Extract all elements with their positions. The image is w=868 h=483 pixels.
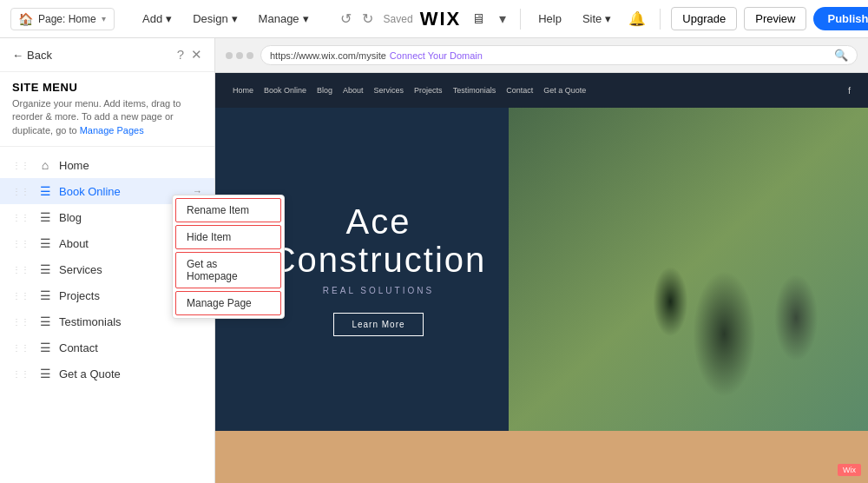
drag-handle-icon: ⋮⋮ <box>12 369 30 379</box>
hero-cta-button[interactable]: Learn More <box>333 313 423 336</box>
drag-handle-icon: ⋮⋮ <box>12 317 30 327</box>
saved-status: Saved <box>384 13 413 25</box>
page-selector[interactable]: 🏠 Page: Home ▾ <box>10 8 115 30</box>
back-arrow-icon: ← <box>12 49 23 62</box>
context-menu: Rename Item Hide Item Get as Homepage Ma… <box>172 195 285 319</box>
nav-link-book-online[interactable]: Book Online <box>264 86 306 95</box>
browser-search-icon: 🔍 <box>834 49 848 62</box>
sidebar: ← Back ? ✕ SITE MENU Organize your menu.… <box>0 38 215 483</box>
browser-dot-yellow <box>236 52 243 59</box>
rename-item-option[interactable]: Rename Item <box>175 198 281 222</box>
top-bar-right: 🖥 ▾ Help Site ▾ 🔔 Upgrade Preview Publis… <box>468 7 868 30</box>
manage-chevron-icon: ▾ <box>303 12 309 25</box>
page-icon: ☰ <box>38 210 52 224</box>
browser-content: Home Book Online Blog About Services Pro… <box>215 73 868 483</box>
browser-area: https://www.wix.com/mysite Connect Your … <box>215 38 868 483</box>
bottom-strip <box>215 431 868 483</box>
page-icon: ☰ <box>38 314 52 328</box>
help-button[interactable]: Help <box>531 9 569 29</box>
publish-button[interactable]: Publish <box>813 7 868 30</box>
manage-label: Manage <box>259 12 299 25</box>
sidebar-item-home[interactable]: ⋮⋮ ⌂ Home <box>0 152 214 178</box>
nav-link-services[interactable]: Services <box>374 86 404 95</box>
nav-link-contact[interactable]: Contact <box>506 86 533 95</box>
nav-link-get-a-quote[interactable]: Get a Quote <box>543 86 586 95</box>
sidebar-item-get-a-quote[interactable]: ⋮⋮ ☰ Get a Quote <box>0 361 214 387</box>
connect-domain-link[interactable]: Connect Your Domain <box>390 50 483 61</box>
hero-subtitle: REAL SOLUTIONS <box>250 286 507 295</box>
hero-title-construction: Construction <box>250 241 507 279</box>
sidebar-header: ← Back ? ✕ <box>0 38 214 72</box>
site-chevron-icon: ▾ <box>605 12 611 25</box>
worker-overlay <box>509 108 868 431</box>
hide-item-option[interactable]: Hide Item <box>175 225 281 249</box>
get-as-homepage-option[interactable]: Get as Homepage <box>175 252 281 288</box>
site-nav-links: Home Book Online Blog About Services Pro… <box>233 86 586 95</box>
undo-redo-group: ↺ ↻ <box>337 9 377 29</box>
device-icon[interactable]: 🖥 <box>468 8 489 30</box>
drag-handle-icon: ⋮⋮ <box>12 213 30 222</box>
separator4 <box>660 9 661 30</box>
top-bar: 🏠 Page: Home ▾ Add ▾ Design ▾ Manage ▾ ↺… <box>0 0 868 38</box>
page-icon: ☰ <box>38 262 52 276</box>
drag-handle-icon: ⋮⋮ <box>12 291 30 301</box>
nav-link-blog[interactable]: Blog <box>317 86 332 95</box>
home-page-icon: ⌂ <box>38 158 52 172</box>
preview-button[interactable]: Preview <box>744 7 806 30</box>
page-icon: ☰ <box>38 236 52 250</box>
sidebar-item-label: Contact <box>59 341 202 354</box>
back-label: Back <box>27 49 52 62</box>
device-chevron-icon[interactable]: ▾ <box>496 7 510 30</box>
redo-button[interactable]: ↻ <box>358 9 377 29</box>
design-menu[interactable]: Design ▾ <box>186 9 244 29</box>
drag-handle-icon: ⋮⋮ <box>12 265 30 275</box>
site-menu[interactable]: Site ▾ <box>575 9 618 29</box>
hero-background-image <box>509 108 868 431</box>
browser-address-bar[interactable]: https://www.wix.com/mysite Connect Your … <box>260 45 858 65</box>
add-chevron-icon: ▾ <box>166 12 172 25</box>
nav-link-projects[interactable]: Projects <box>414 86 443 95</box>
help-icon[interactable]: ? <box>177 47 184 63</box>
chevron-down-icon: ▾ <box>102 14 106 23</box>
page-icon: ☰ <box>38 288 52 302</box>
drag-handle-icon: ⋮⋮ <box>12 239 30 248</box>
sidebar-item-label: Book Online <box>59 185 186 198</box>
upgrade-button[interactable]: Upgrade <box>671 7 737 30</box>
browser-dot-green <box>247 52 253 59</box>
add-menu[interactable]: Add ▾ <box>135 9 179 29</box>
site-label: Site <box>582 12 602 25</box>
nav-link-about[interactable]: About <box>343 86 364 95</box>
browser-dot-red <box>226 52 233 59</box>
drag-handle-icon: ⋮⋮ <box>12 343 30 353</box>
undo-button[interactable]: ↺ <box>337 9 355 29</box>
hero-section: Ace Construction REAL SOLUTIONS Learn Mo… <box>215 108 868 431</box>
nav-link-home[interactable]: Home <box>233 86 253 95</box>
sidebar-header-icons: ? ✕ <box>177 47 202 63</box>
add-label: Add <box>142 12 162 25</box>
back-button[interactable]: ← Back <box>12 49 52 62</box>
design-label: Design <box>193 12 227 25</box>
manage-page-option[interactable]: Manage Page <box>175 291 281 315</box>
drag-handle-icon: ⋮⋮ <box>12 161 30 170</box>
wix-logo: WIX <box>420 8 462 30</box>
url-text: https://www.wix.com/mysite <box>270 50 386 61</box>
hero-title-ace: Ace <box>250 202 507 241</box>
separator3 <box>520 9 521 30</box>
nav-link-testimonials[interactable]: Testimonials <box>453 86 496 95</box>
browser-chrome: https://www.wix.com/mysite Connect Your … <box>215 38 868 73</box>
close-icon[interactable]: ✕ <box>191 47 202 63</box>
notifications-icon[interactable]: 🔔 <box>625 7 649 30</box>
design-chevron-icon: ▾ <box>232 12 238 25</box>
page-icon: ☰ <box>38 341 52 354</box>
facebook-icon[interactable]: f <box>848 85 851 96</box>
sidebar-title: SITE MENU <box>0 72 214 97</box>
main-layout: ← Back ? ✕ SITE MENU Organize your menu.… <box>0 38 868 483</box>
wix-badge: Wix <box>838 464 861 476</box>
sidebar-item-label: Home <box>59 159 202 172</box>
manage-pages-link[interactable]: Manage Pages <box>80 125 144 136</box>
page-icon: ☰ <box>38 367 52 380</box>
manage-menu[interactable]: Manage ▾ <box>252 9 316 29</box>
sidebar-item-contact[interactable]: ⋮⋮ ☰ Contact <box>0 334 214 361</box>
page-label: Page: Home <box>38 13 96 25</box>
home-icon: 🏠 <box>18 12 33 26</box>
